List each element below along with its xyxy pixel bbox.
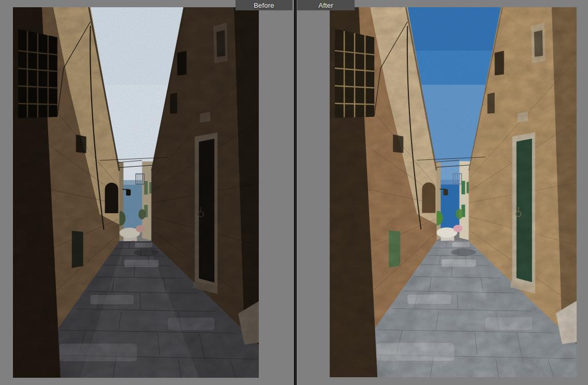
photo-after[interactable] (330, 7, 577, 377)
after-tab: After (297, 0, 355, 10)
after-tab-label: After (318, 2, 333, 9)
before-tab-label: Before (254, 2, 274, 9)
after-image (330, 7, 577, 377)
before-image (13, 7, 259, 378)
before-tab: Before (236, 0, 292, 10)
photo-before[interactable] (13, 7, 259, 378)
pane-divider (294, 0, 297, 385)
